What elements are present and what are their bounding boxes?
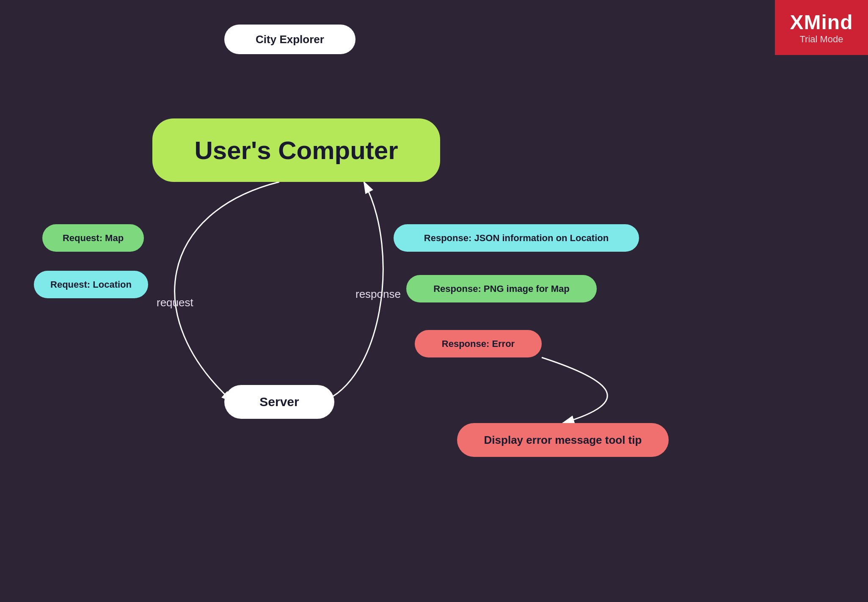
node-response-png[interactable]: Response: PNG image for Map: [406, 275, 597, 302]
node-request-map[interactable]: Request: Map: [42, 224, 144, 252]
xmind-subtitle: Trial Mode: [799, 34, 843, 45]
node-request-location[interactable]: Request: Location: [34, 271, 148, 298]
node-response-json[interactable]: Response: JSON information on Location: [394, 224, 639, 252]
node-display-error[interactable]: Display error message tool tip: [457, 423, 669, 457]
label-response: response: [355, 288, 401, 301]
label-request: request: [157, 296, 193, 309]
node-response-error[interactable]: Response: Error: [415, 330, 542, 357]
xmind-title: XMind: [790, 11, 853, 34]
node-server[interactable]: Server: [224, 385, 334, 419]
node-users-computer[interactable]: User's Computer: [152, 118, 440, 182]
xmind-badge: XMind Trial Mode: [775, 0, 868, 55]
node-city-explorer[interactable]: City Explorer: [224, 25, 355, 54]
